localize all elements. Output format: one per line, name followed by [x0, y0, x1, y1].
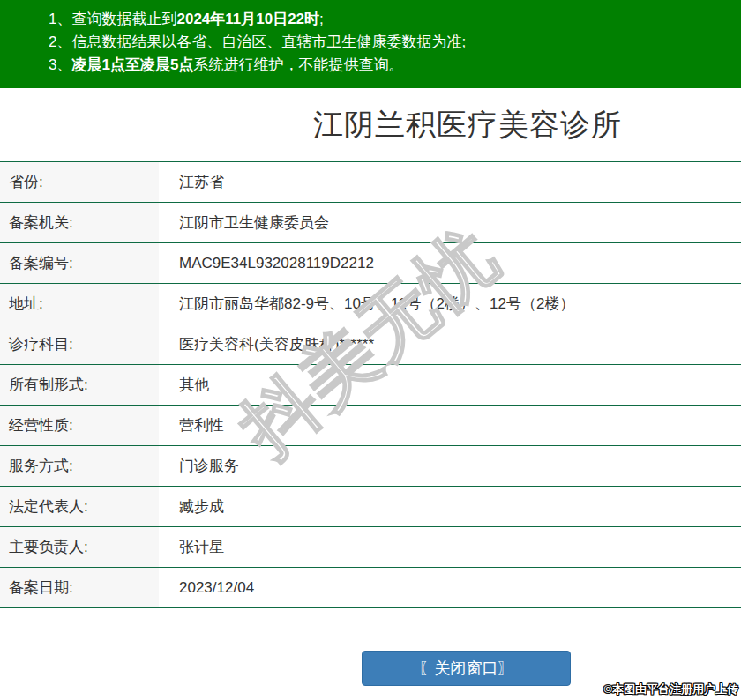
table-row-filing-authority: 备案机关: 江阴市卫生健康委员会: [0, 203, 741, 243]
row-label: 服务方式:: [0, 446, 159, 486]
notice-line-3: 3、凌晨1点至凌晨5点系统进行维护，不能提供查询。: [49, 54, 732, 77]
notice-text: 信息数据结果以各省、自治区、直辖市卫生健康委数据为准;: [71, 34, 466, 50]
row-value: 江阴市丽岛华都82-9号、10号、11号（2楼）、12号（2楼）: [159, 284, 741, 324]
row-label: 省份:: [0, 162, 159, 202]
row-value: 臧步成: [159, 487, 741, 526]
title-area: 江阴兰积医疗美容诊所: [0, 88, 741, 161]
table-row-legal-representative: 法定代表人: 臧步成: [0, 487, 741, 527]
notice-text: 系统进行维护，不能提供查询。: [193, 56, 403, 73]
record-table: 省份: 江苏省 备案机关: 江阴市卫生健康委员会 备案编号: MAC9E34L9…: [0, 161, 741, 608]
notice-text-bold: 凌晨1点至凌晨5点: [71, 56, 193, 73]
button-row: 〖关闭窗口〗: [0, 651, 741, 686]
table-row-filing-date: 备案日期: 2023/12/04: [0, 568, 741, 608]
row-value: 门诊服务: [159, 446, 741, 486]
notice-text-bold: 2024年11月10日22时: [176, 11, 319, 27]
table-row-operating-nature: 经营性质: 营利性: [0, 406, 741, 446]
table-row-province: 省份: 江苏省: [0, 162, 741, 203]
row-label: 法定代表人:: [0, 487, 159, 526]
row-label: 备案编号:: [0, 243, 159, 283]
table-row-service-mode: 服务方式: 门诊服务: [0, 446, 741, 487]
row-value: 张计星: [159, 527, 741, 567]
row-value: 其他: [159, 365, 741, 405]
row-label: 备案机关:: [0, 203, 159, 242]
notice-number: 2、: [49, 34, 71, 50]
close-window-button[interactable]: 〖关闭窗口〗: [362, 651, 571, 686]
row-label: 所有制形式:: [0, 365, 159, 405]
row-label: 地址:: [0, 284, 159, 324]
row-label: 主要负责人:: [0, 527, 159, 567]
notice-text: ;: [319, 11, 324, 27]
notice-line-2: 2、信息数据结果以各省、自治区、直辖市卫生健康委数据为准;: [49, 31, 732, 54]
table-row-address: 地址: 江阴市丽岛华都82-9号、10号、11号（2楼）、12号（2楼）: [0, 284, 741, 324]
row-value: 营利性: [159, 406, 741, 445]
table-row-principal: 主要负责人: 张计星: [0, 527, 741, 568]
table-row-treatment-subjects: 诊疗科目: 医疗美容科(美容皮肤科)******: [0, 324, 741, 365]
notice-header: 1、查询数据截止到2024年11月10日22时; 2、信息数据结果以各省、自治区…: [0, 0, 741, 88]
row-label: 备案日期:: [0, 568, 159, 607]
table-row-filing-number: 备案编号: MAC9E34L932028119D2212: [0, 243, 741, 284]
page-title: 江阴兰积医疗美容诊所: [313, 105, 622, 145]
row-value: 江阴市卫生健康委员会: [159, 203, 741, 242]
notice-line-1: 1、查询数据截止到2024年11月10日22时;: [49, 8, 732, 31]
table-row-ownership: 所有制形式: 其他: [0, 365, 741, 406]
row-value: 江苏省: [159, 162, 741, 202]
row-label: 诊疗科目:: [0, 324, 159, 364]
upload-credit: ©本图由平台注册用户上传: [603, 681, 738, 697]
notice-number: 1、: [49, 11, 71, 27]
row-value: MAC9E34L932028119D2212: [159, 243, 741, 283]
notice-number: 3、: [49, 56, 71, 73]
notice-text: 查询数据截止到: [71, 11, 176, 27]
row-value: 2023/12/04: [159, 568, 741, 607]
row-value: 医疗美容科(美容皮肤科)******: [159, 324, 741, 364]
row-label: 经营性质:: [0, 406, 159, 445]
